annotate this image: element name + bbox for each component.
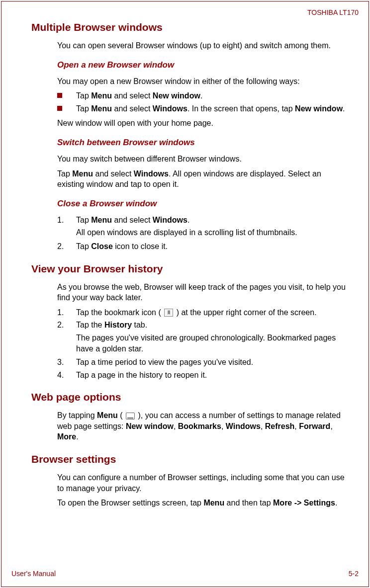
paragraph: By tapping Menu ( ), you can access a nu… — [57, 410, 350, 442]
footer-left: User's Manual — [11, 570, 56, 578]
list-number: 1. — [57, 215, 76, 226]
list-item: Tap Menu and select Windows. In the scre… — [57, 103, 350, 114]
bullet-icon — [57, 93, 62, 98]
list-item: 1. Tap Menu and select Windows. — [57, 215, 350, 226]
list-number: 2. — [57, 320, 76, 331]
list-item-text: Tap the bookmark icon ( ) at the upper r… — [76, 307, 350, 318]
list-subtext: The pages you've visited are grouped chr… — [76, 333, 350, 354]
list-subtext: All open windows are displayed in a scro… — [76, 227, 350, 238]
heading-multiple-browser-windows: Multiple Browser windows — [31, 21, 359, 33]
heading-web-page-options: Web page options — [31, 391, 359, 403]
subheading-close-window: Close a Browser window — [57, 199, 359, 209]
paragraph: You can open several Browser windows (up… — [57, 40, 350, 51]
list-item: 1. Tap the bookmark icon ( ) at the uppe… — [57, 307, 350, 318]
bookmark-icon — [164, 309, 173, 317]
paragraph: You may switch between different Browser… — [57, 154, 350, 165]
list-item: 2. Tap Close icon to close it. — [57, 241, 350, 252]
list-item: 4. Tap a page in the history to reopen i… — [57, 370, 350, 381]
footer-right: 5-2 — [349, 570, 359, 578]
subheading-open-new-window: Open a new Browser window — [57, 60, 359, 70]
page-container: TOSHIBA LT170 Multiple Browser windows Y… — [1, 1, 369, 587]
header-model: TOSHIBA LT170 — [11, 8, 359, 16]
list-item: Tap Menu and select New window. — [57, 90, 350, 101]
menu-icon — [126, 413, 135, 420]
paragraph: As you browse the web, Browser will keep… — [57, 282, 350, 303]
bullet-icon — [57, 106, 62, 111]
list-item: 2. Tap the History tab. — [57, 320, 350, 331]
list-number: 2. — [57, 241, 76, 252]
list-item-text: Tap Menu and select New window. — [76, 90, 350, 101]
heading-view-browser-history: View your Browser history — [31, 263, 359, 275]
list-item-text: Tap Close icon to close it. — [76, 241, 350, 252]
list-item-text: Tap Menu and select Windows. In the scre… — [76, 103, 350, 114]
page-footer: User's Manual 5-2 — [11, 570, 359, 578]
list-item-text: Tap Menu and select Windows. — [76, 215, 350, 226]
list-number: 1. — [57, 307, 76, 318]
list-number: 3. — [57, 357, 76, 368]
list-item-text: Tap a time period to view the pages you'… — [76, 357, 350, 368]
paragraph: You can configure a number of Browser se… — [57, 472, 350, 494]
paragraph: New window will open with your home page… — [57, 118, 350, 129]
list-item-text: Tap the History tab. — [76, 320, 350, 331]
heading-browser-settings: Browser settings — [31, 453, 359, 465]
paragraph: You may open a new Browser window in eit… — [57, 76, 350, 87]
paragraph: Tap Menu and select Windows. All open wi… — [57, 168, 350, 190]
list-item-text: Tap a page in the history to reopen it. — [76, 370, 350, 381]
paragraph: To open the Browser settings screen, tap… — [57, 498, 350, 508]
list-number: 4. — [57, 370, 76, 381]
list-item: 3. Tap a time period to view the pages y… — [57, 357, 350, 368]
subheading-switch-windows: Switch between Browser windows — [57, 138, 359, 148]
